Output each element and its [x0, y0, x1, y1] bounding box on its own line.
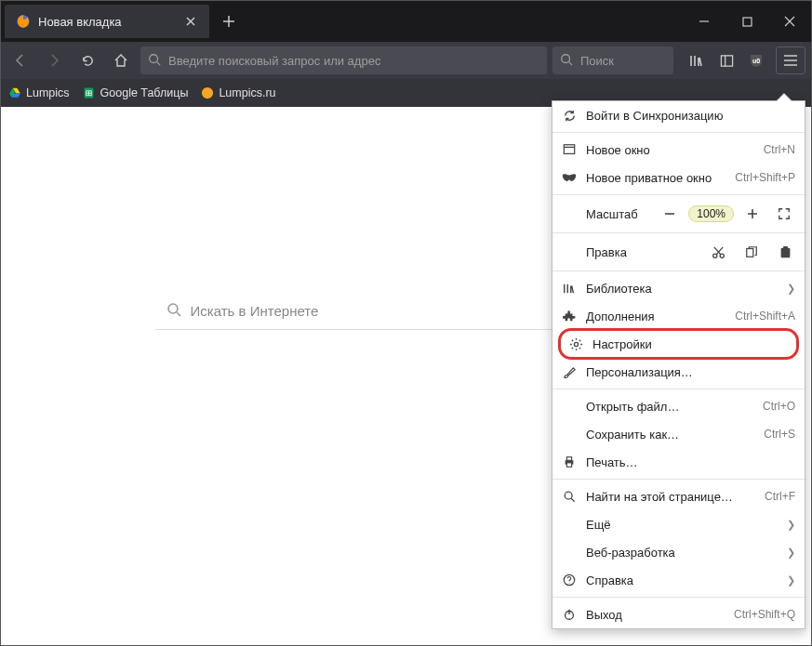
- print-icon: [562, 455, 577, 469]
- svg-rect-1: [743, 18, 752, 26]
- menu-label: Веб-разработка: [586, 546, 778, 560]
- drive-icon: [8, 86, 21, 99]
- navigation-toolbar: Введите поисковый запрос или адрес Поиск…: [1, 42, 811, 79]
- firefox-icon: [16, 14, 31, 29]
- menu-open-file[interactable]: Открыть файл… Ctrl+O: [552, 392, 805, 420]
- menu-label: Масштаб: [586, 207, 651, 221]
- library-toolbar-button[interactable]: [683, 46, 711, 74]
- close-icon[interactable]: [185, 15, 198, 28]
- forward-button[interactable]: [40, 46, 68, 74]
- menu-settings[interactable]: Настройки: [558, 328, 799, 360]
- menu-label: Найти на этой странице…: [586, 490, 755, 504]
- svg-point-16: [574, 342, 578, 346]
- close-window-button[interactable]: [768, 1, 811, 42]
- reload-button[interactable]: [73, 46, 101, 74]
- url-bar[interactable]: Введите поисковый запрос или адрес: [140, 46, 547, 74]
- menu-webdev[interactable]: Веб-разработка ❯: [552, 538, 805, 566]
- menu-label: Войти в Синхронизацию: [586, 109, 795, 123]
- svg-rect-15: [783, 246, 788, 248]
- url-placeholder: Введите поисковый запрос или адрес: [168, 54, 380, 68]
- cut-icon[interactable]: [710, 244, 726, 260]
- sync-icon: [562, 108, 577, 123]
- menu-new-private[interactable]: Новое приватное окно Ctrl+Shift+P: [552, 164, 805, 191]
- menu-label: Выход: [586, 608, 725, 622]
- svg-point-3: [562, 54, 570, 62]
- bookmark-item[interactable]: Google Таблицы: [83, 86, 189, 99]
- menu-new-window[interactable]: Новое окно Ctrl+N: [552, 136, 805, 164]
- ublock-icon[interactable]: u0: [742, 46, 770, 74]
- menu-label: Настройки: [592, 337, 789, 351]
- menu-label: Новое окно: [586, 143, 754, 157]
- sidebar-button[interactable]: [712, 46, 740, 74]
- browser-window: Новая вкладка Введите поисковый запрос и…: [1, 1, 811, 645]
- menu-library[interactable]: Библиотека ❯: [552, 274, 805, 302]
- svg-rect-10: [564, 145, 574, 154]
- lumpics-icon: [201, 86, 214, 99]
- menu-exit[interactable]: Выход Ctrl+Shift+Q: [552, 600, 805, 628]
- bookmark-label: Google Таблицы: [100, 86, 189, 99]
- menu-addons[interactable]: Дополнения Ctrl+Shift+A: [552, 302, 805, 330]
- menu-sync[interactable]: Войти в Синхронизацию: [552, 101, 805, 129]
- menu-shortcut: Ctrl+O: [763, 400, 795, 413]
- library-icon: [562, 281, 577, 296]
- menu-label: Открыть файл…: [586, 400, 753, 414]
- svg-text:u0: u0: [752, 58, 760, 64]
- puzzle-icon: [562, 309, 577, 323]
- tab-title: Новая вкладка: [38, 15, 122, 29]
- back-button[interactable]: [7, 46, 34, 74]
- mask-icon: [562, 170, 577, 185]
- svg-rect-13: [747, 249, 753, 257]
- menu-label: Дополнения: [586, 310, 725, 323]
- zoom-out-button[interactable]: [657, 203, 683, 225]
- menu-shortcut: Ctrl+S: [764, 428, 795, 441]
- menu-separator: [552, 194, 805, 195]
- gear-icon: [568, 336, 583, 351]
- power-icon: [562, 607, 577, 622]
- hamburger-menu: Войти в Синхронизацию Новое окно Ctrl+N …: [552, 100, 805, 629]
- menu-separator: [552, 270, 805, 271]
- bookmark-label: Lumpics: [26, 86, 70, 99]
- search-icon: [562, 489, 577, 504]
- svg-point-8: [202, 87, 213, 99]
- svg-rect-4: [721, 55, 732, 65]
- fullscreen-button[interactable]: [771, 203, 797, 225]
- paste-icon[interactable]: [777, 244, 793, 260]
- menu-separator: [552, 597, 805, 598]
- menu-separator: [552, 389, 805, 389]
- brush-icon: [562, 364, 577, 379]
- menu-label: Правка: [586, 245, 710, 259]
- search-icon: [560, 53, 573, 69]
- svg-rect-18: [566, 457, 571, 461]
- menu-find[interactable]: Найти на этой странице… Ctrl+F: [552, 482, 805, 510]
- help-icon: [562, 573, 577, 587]
- menu-customize[interactable]: Персонализация…: [552, 358, 805, 386]
- search-bar[interactable]: Поиск: [552, 46, 673, 74]
- new-tab-button[interactable]: [215, 7, 243, 35]
- svg-rect-14: [780, 247, 790, 257]
- menu-help[interactable]: Справка ❯: [552, 566, 805, 594]
- menu-label: Сохранить как…: [586, 428, 754, 442]
- copy-icon[interactable]: [743, 244, 760, 260]
- bookmark-item[interactable]: Lumpics: [8, 86, 70, 99]
- menu-label: Ещё: [586, 518, 778, 532]
- window-controls: [683, 1, 811, 42]
- menu-save-as[interactable]: Сохранить как… Ctrl+S: [552, 420, 805, 448]
- browser-tab[interactable]: Новая вкладка: [5, 5, 209, 38]
- chevron-right-icon: ❯: [787, 283, 795, 295]
- menu-separator: [552, 232, 805, 233]
- menu-edit-row: Правка: [552, 236, 805, 268]
- sheets-icon: [83, 86, 96, 99]
- menu-more[interactable]: Ещё ❯: [552, 510, 805, 538]
- minimize-button[interactable]: [683, 1, 725, 42]
- maximize-button[interactable]: [725, 1, 768, 42]
- zoom-in-button[interactable]: [739, 203, 765, 225]
- hamburger-menu-button[interactable]: [776, 46, 805, 74]
- bookmark-item[interactable]: Lumpics.ru: [201, 86, 275, 99]
- home-button[interactable]: [107, 46, 135, 74]
- menu-print[interactable]: Печать…: [552, 448, 805, 476]
- menu-shortcut: Ctrl+N: [764, 143, 795, 156]
- svg-point-20: [565, 492, 572, 499]
- menu-shortcut: Ctrl+F: [765, 490, 795, 503]
- titlebar: Новая вкладка: [1, 1, 811, 42]
- search-placeholder: Поиск: [580, 54, 614, 68]
